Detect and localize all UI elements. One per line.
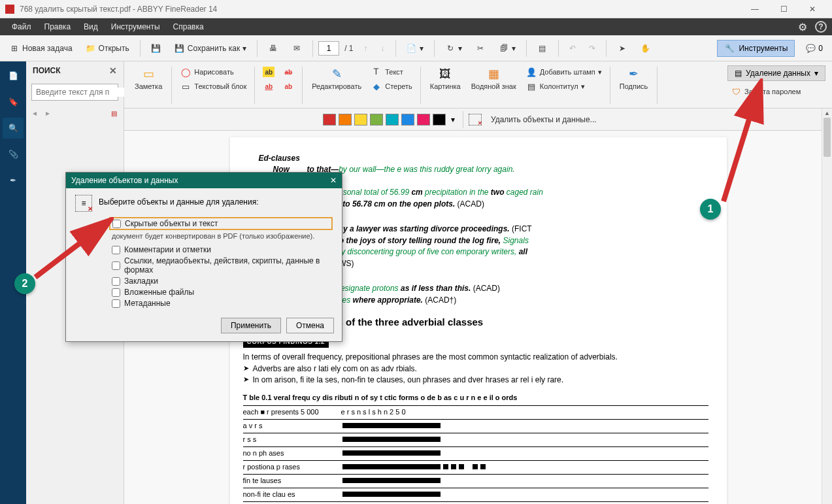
edit-button[interactable]: ✎ Редактировать bbox=[308, 65, 365, 105]
open-button[interactable]: 📁 Открыть bbox=[80, 39, 135, 58]
maximize-button[interactable]: ☐ bbox=[769, 0, 798, 18]
ribbon: ▭ Заметка ◯Нарисовать ▭Текстовый блок ab… bbox=[124, 61, 832, 109]
protect-password-button[interactable]: 🛡Защита паролем bbox=[727, 85, 825, 98]
search-input-wrap[interactable]: ▾ bbox=[31, 84, 118, 101]
separator bbox=[257, 40, 258, 57]
menu-file[interactable]: Файл bbox=[5, 20, 38, 34]
app-icon bbox=[5, 5, 14, 14]
table-cell: a v r s bbox=[243, 421, 341, 431]
page-up-button[interactable]: ↑ bbox=[359, 39, 373, 58]
rail-signatures[interactable]: ✒ bbox=[3, 170, 24, 191]
highlight-yellow-button[interactable]: ab bbox=[260, 65, 277, 78]
rail-search[interactable]: 🔍 bbox=[3, 118, 24, 139]
delete-data-button[interactable]: ▤ Удаление данных ▾ bbox=[727, 65, 825, 81]
checkbox-metadata[interactable]: Метаданные bbox=[112, 299, 333, 308]
settings-icon[interactable]: ⚙ bbox=[798, 21, 807, 33]
print-button[interactable]: 🖶 bbox=[263, 39, 284, 58]
crop-button[interactable]: ✂ bbox=[470, 39, 491, 58]
note-button[interactable]: ▭ Заметка bbox=[131, 65, 166, 105]
undo-button[interactable]: ↶ bbox=[564, 39, 581, 58]
copy-button[interactable]: 🗐▾ bbox=[493, 39, 521, 58]
chk-bookmarks-input[interactable] bbox=[112, 277, 120, 286]
cancel-button[interactable]: Отмена bbox=[286, 318, 334, 333]
rail-pages[interactable]: 📄 bbox=[3, 65, 24, 86]
swatch-cyan[interactable] bbox=[386, 114, 399, 126]
highlight-red-button[interactable]: ab bbox=[260, 80, 277, 93]
swatch-green[interactable] bbox=[370, 114, 383, 126]
signature-button[interactable]: ✒ Подпись bbox=[616, 65, 652, 105]
delete-objects-icon[interactable] bbox=[469, 114, 482, 126]
search-input[interactable] bbox=[32, 88, 138, 97]
next-result-icon[interactable]: ▸ bbox=[46, 109, 50, 118]
vertical-scrollbar[interactable]: ▲ bbox=[822, 109, 832, 504]
checkbox-bookmarks[interactable]: Закладки bbox=[112, 277, 333, 286]
stamp-button[interactable]: 👤Добавить штамп ▾ bbox=[523, 65, 605, 78]
textblock-button[interactable]: ▭Текстовый блок bbox=[177, 80, 249, 93]
folder-icon: 📁 bbox=[86, 43, 96, 54]
rail-bookmarks[interactable]: 🔖 bbox=[3, 92, 24, 112]
swatch-black[interactable] bbox=[433, 114, 446, 126]
rail-attachments[interactable]: 📎 bbox=[3, 144, 24, 165]
chk-comments-input[interactable] bbox=[112, 246, 120, 254]
erase-button[interactable]: ◆Стереть bbox=[368, 80, 415, 93]
add-page-button[interactable]: 📄▾ bbox=[401, 39, 429, 58]
swatch-orange[interactable] bbox=[339, 114, 352, 126]
scroll-up-icon[interactable]: ▲ bbox=[822, 109, 832, 118]
page-number-input[interactable] bbox=[318, 41, 339, 56]
text-button[interactable]: ᎢТекст bbox=[368, 65, 415, 78]
swatch-chevron-icon[interactable]: ▾ bbox=[448, 115, 458, 124]
doc-text: cm bbox=[409, 188, 425, 197]
sidebar-close-icon[interactable]: ✕ bbox=[109, 65, 117, 76]
close-button[interactable]: ✕ bbox=[798, 0, 827, 18]
chk-hidden-input[interactable] bbox=[112, 220, 121, 228]
headerfooter-label: Колонтитул bbox=[540, 82, 578, 90]
delete-data-icon: ▤ bbox=[735, 69, 742, 78]
page-down-button[interactable]: ↓ bbox=[376, 39, 390, 58]
redo-button[interactable]: ↷ bbox=[584, 39, 601, 58]
ocr-button[interactable]: ▤ bbox=[532, 39, 553, 58]
text-label: Текст bbox=[385, 68, 403, 76]
rotate-button[interactable]: ↻▾ bbox=[440, 39, 467, 58]
headerfooter-button[interactable]: ▤Колонтитул ▾ bbox=[523, 80, 605, 93]
help-icon[interactable]: ? bbox=[815, 21, 827, 33]
swatch-yellow[interactable] bbox=[354, 114, 367, 126]
pointer-button[interactable]: ➤ bbox=[612, 39, 633, 58]
save-button[interactable]: 💾 bbox=[146, 39, 167, 58]
menu-edit[interactable]: Правка bbox=[38, 20, 78, 34]
swatch-pink[interactable] bbox=[417, 114, 430, 126]
menu-tools[interactable]: Инструменты bbox=[105, 20, 167, 34]
chk-metadata-input[interactable] bbox=[112, 299, 120, 308]
checkbox-links[interactable]: Ссылки, медиаобъекты, действия, скрипты,… bbox=[112, 256, 333, 275]
save-as-button[interactable]: 💾 Сохранить как ▾ bbox=[169, 39, 252, 58]
edit-icon: ✎ bbox=[329, 67, 344, 81]
checkbox-hidden-objects[interactable]: Скрытые объекты и текст bbox=[109, 217, 333, 230]
delete-objects-label[interactable]: Удалить объекты и данные... bbox=[491, 115, 597, 124]
scroll-thumb[interactable] bbox=[824, 118, 831, 157]
draw-button[interactable]: ◯Нарисовать bbox=[177, 65, 249, 78]
chevron-down-icon: ▾ bbox=[242, 44, 246, 53]
annotation-badge-1: 1 bbox=[700, 199, 721, 220]
email-button[interactable]: ✉ bbox=[286, 39, 307, 58]
menu-view[interactable]: Вид bbox=[77, 20, 105, 34]
dialog-close-icon[interactable]: ✕ bbox=[330, 176, 337, 185]
minimize-button[interactable]: — bbox=[740, 0, 769, 18]
menu-help[interactable]: Справка bbox=[167, 20, 210, 34]
swatch-red[interactable] bbox=[323, 114, 336, 126]
new-task-button[interactable]: ⊞ Новая задача bbox=[4, 39, 78, 58]
doc-text: where appropriate. bbox=[350, 295, 423, 305]
checkbox-attachments[interactable]: Вложенные файлы bbox=[112, 288, 333, 297]
hand-button[interactable]: ✋ bbox=[635, 39, 656, 58]
apply-button[interactable]: Применить bbox=[221, 318, 281, 333]
instruments-toggle[interactable]: 🔧 Инструменты bbox=[717, 40, 795, 57]
chk-links-input[interactable] bbox=[112, 261, 120, 270]
checkbox-comments[interactable]: Комментарии и отметки bbox=[112, 245, 333, 254]
strike-button[interactable]: ab bbox=[280, 65, 297, 78]
watermark-button[interactable]: ▦ Водяной знак bbox=[467, 65, 520, 105]
swatch-blue[interactable] bbox=[401, 114, 414, 126]
prev-result-icon[interactable]: ◂ bbox=[33, 109, 37, 118]
chk-attachments-input[interactable] bbox=[112, 288, 120, 297]
clear-results-icon[interactable]: ▤ bbox=[111, 110, 117, 117]
comments-button[interactable]: 💬 0 bbox=[800, 41, 828, 56]
insert-text-button[interactable]: ab bbox=[280, 80, 297, 93]
picture-button[interactable]: 🖼 Картинка bbox=[426, 65, 465, 105]
